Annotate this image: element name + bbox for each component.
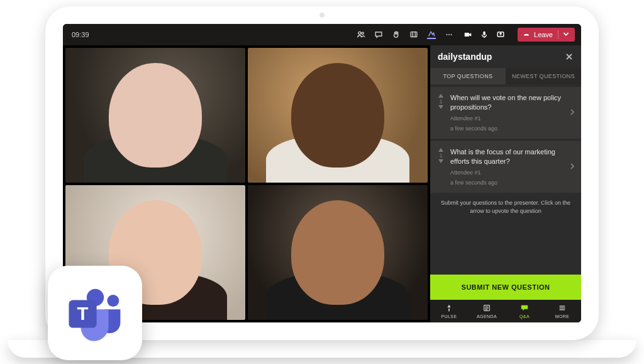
question-text: What is the focus of our marketing effor…	[450, 147, 566, 166]
chat-icon[interactable]	[374, 30, 383, 39]
svg-rect-10	[560, 306, 565, 307]
upvote-icon[interactable]	[438, 93, 444, 98]
meeting-toolbar: 09:39 Leave	[63, 24, 581, 45]
leave-chevron-icon[interactable]	[558, 30, 570, 39]
qa-tabs: TOP QUESTIONS NEWEST QUESTIONS	[430, 68, 581, 84]
nav-qa[interactable]: Q&A	[506, 300, 543, 322]
close-icon[interactable]	[565, 52, 574, 61]
svg-point-3	[446, 34, 447, 35]
question-time: a few seconds ago	[450, 179, 566, 186]
downvote-icon[interactable]	[438, 105, 444, 110]
question-time: a few seconds ago	[450, 125, 566, 132]
meeting-time: 09:39	[72, 31, 89, 38]
question-body: What is the focus of our marketing effor…	[450, 147, 566, 186]
svg-rect-8	[448, 309, 450, 311]
vote-control[interactable]: 1	[435, 93, 447, 132]
vote-count: 1	[439, 98, 442, 105]
svg-rect-6	[483, 31, 486, 35]
camera-dot	[319, 13, 325, 18]
vote-control[interactable]: 1	[435, 147, 447, 186]
teams-app-icon: T	[48, 266, 142, 360]
camera-icon[interactable]	[464, 30, 472, 39]
question-author: Attendee #1	[450, 115, 566, 122]
qa-panel: dailystandup TOP QUESTIONS NEWEST QUESTI…	[430, 45, 581, 322]
question-body: When will we vote on the new policy prop…	[450, 93, 566, 132]
apps-icon[interactable]	[427, 30, 436, 39]
people-icon[interactable]	[357, 30, 365, 39]
vote-count: 1	[439, 152, 442, 159]
svg-rect-2	[411, 32, 417, 37]
submit-question-button[interactable]: SUBMIT NEW QUESTION	[430, 275, 581, 300]
toolbar-center-controls	[357, 30, 453, 39]
more-icon[interactable]	[445, 30, 453, 39]
participant-tile[interactable]	[65, 48, 245, 183]
question-author: Attendee #1	[450, 169, 566, 176]
leave-label: Leave	[534, 31, 553, 38]
raise-hand-icon[interactable]	[392, 30, 401, 39]
chevron-right-icon[interactable]	[570, 107, 575, 118]
list-item[interactable]: 1 When will we vote on the new policy pr…	[430, 87, 581, 139]
nav-pulse[interactable]: PULSE	[430, 300, 468, 322]
mic-icon[interactable]	[480, 30, 489, 39]
list-item[interactable]: 1 What is the focus of our marketing eff…	[430, 141, 581, 193]
panel-title: dailystandup	[438, 52, 492, 62]
tab-newest-questions[interactable]: NEWEST QUESTIONS	[506, 68, 581, 84]
svg-point-0	[358, 31, 361, 34]
svg-point-4	[448, 34, 450, 35]
nav-agenda[interactable]: AGENDA	[468, 300, 506, 322]
question-text: When will we vote on the new policy prop…	[450, 93, 566, 112]
chevron-right-icon[interactable]	[570, 161, 575, 173]
share-icon[interactable]	[496, 30, 505, 39]
svg-point-1	[362, 32, 364, 34]
svg-rect-11	[560, 307, 565, 308]
panel-instruction: Submit your questions to the presenter. …	[430, 193, 581, 221]
question-list: 1 When will we vote on the new policy pr…	[430, 84, 581, 275]
svg-rect-12	[560, 309, 565, 310]
svg-point-14	[107, 295, 119, 307]
tab-top-questions[interactable]: TOP QUESTIONS	[430, 68, 506, 84]
participant-tile[interactable]	[248, 185, 428, 320]
svg-text:T: T	[77, 303, 88, 324]
toolbar-right-controls: Leave	[464, 28, 575, 42]
panel-bottom-nav: PULSE AGENDA Q&A MORE	[430, 300, 581, 322]
participant-tile[interactable]	[248, 48, 428, 183]
panel-header: dailystandup	[430, 45, 581, 68]
nav-more[interactable]: MORE	[543, 300, 581, 322]
upvote-icon[interactable]	[438, 147, 444, 152]
svg-point-5	[450, 34, 452, 35]
leave-button[interactable]: Leave	[518, 28, 575, 42]
rooms-icon[interactable]	[409, 30, 418, 39]
downvote-icon[interactable]	[438, 159, 444, 164]
